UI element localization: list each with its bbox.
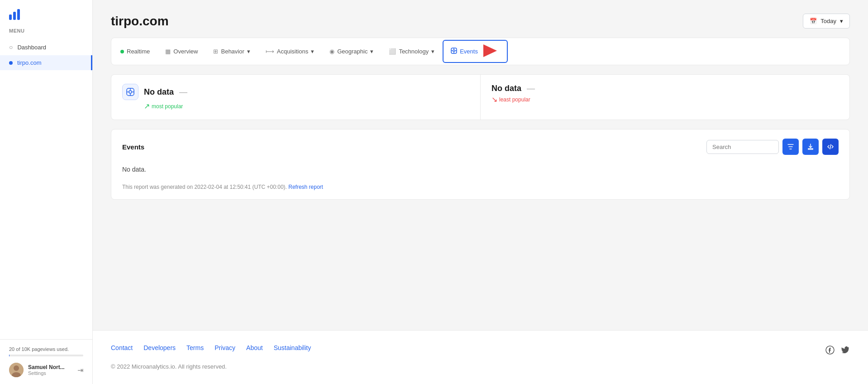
technology-icon: ⬜ xyxy=(389,48,396,55)
footer-copyright: © 2022 Microanalytics.io. All rights res… xyxy=(111,363,227,370)
arrow-up-icon: ↗ xyxy=(144,102,150,110)
footer-link-contact[interactable]: Contact xyxy=(111,344,133,351)
menu-label: MENU xyxy=(0,24,92,39)
sidebar-item-site[interactable]: tirpo.com xyxy=(0,55,92,70)
tab-events-label: Events xyxy=(460,48,478,55)
code-button[interactable] xyxy=(822,139,839,155)
main-content: tirpo.com 📅 Today ▾ Realtime ▦ Overview … xyxy=(93,0,868,384)
site-label: tirpo.com xyxy=(17,59,41,66)
events-section: Events xyxy=(111,129,850,200)
stat-label-popular: most popular xyxy=(152,103,183,110)
red-arrow-indicator xyxy=(483,44,500,58)
svg-point-11 xyxy=(129,91,132,93)
stat-header-least: No data — xyxy=(491,84,839,93)
site-dot xyxy=(9,61,13,65)
content-area: tirpo.com 📅 Today ▾ Realtime ▦ Overview … xyxy=(93,0,868,330)
stat-value-least: No data xyxy=(491,84,521,93)
footer-social xyxy=(825,346,850,357)
stat-dash-popular: — xyxy=(179,87,187,97)
svg-marker-9 xyxy=(483,44,497,57)
tab-geographic[interactable]: ◉ Geographic ▾ xyxy=(322,44,381,58)
stat-card-popular: No data — ↗ most popular xyxy=(111,75,481,120)
realtime-dot xyxy=(120,50,124,53)
stat-value-popular: No data xyxy=(144,87,174,97)
acquisitions-chevron-icon: ▾ xyxy=(311,48,314,55)
tab-behavior-label: Behavior xyxy=(221,48,244,55)
events-controls xyxy=(706,139,839,155)
sidebar-item-label: Dashboard xyxy=(17,44,46,51)
stat-icon-popular xyxy=(122,84,138,100)
pageviews-bar xyxy=(9,355,83,356)
acquisitions-icon: ⟼ xyxy=(266,48,274,55)
no-data-text: No data. xyxy=(122,162,839,177)
arrow-down-icon: ↘ xyxy=(491,95,497,104)
stat-header-popular: No data — xyxy=(122,84,469,100)
sidebar-item-dashboard[interactable]: ○ Dashboard xyxy=(0,39,92,55)
download-button[interactable] xyxy=(802,139,819,155)
logo-bar-3 xyxy=(17,9,20,20)
footer-link-privacy[interactable]: Privacy xyxy=(215,344,235,351)
sidebar: MENU ○ Dashboard tirpo.com 20 of 10K pag… xyxy=(0,0,93,384)
tab-technology-label: Technology xyxy=(399,48,429,55)
chevron-down-icon: ▾ xyxy=(840,18,843,24)
tab-behavior[interactable]: ⊞ Behavior ▾ xyxy=(206,44,257,58)
user-name: Samuel Nort... xyxy=(28,364,73,370)
events-header: Events xyxy=(122,139,839,155)
tab-acquisitions[interactable]: ⟼ Acquisitions ▾ xyxy=(258,44,321,58)
date-picker-button[interactable]: 📅 Today ▾ xyxy=(803,14,850,29)
page-title: tirpo.com xyxy=(111,14,169,29)
tab-technology[interactable]: ⬜ Technology ▾ xyxy=(382,44,442,58)
footer-links: Contact Developers Terms Privacy About S… xyxy=(111,344,311,351)
footer-link-about[interactable]: About xyxy=(246,344,263,351)
events-title: Events xyxy=(122,143,144,151)
stat-label-least: least popular xyxy=(499,96,530,103)
events-icon xyxy=(451,48,457,55)
logo-bar-1 xyxy=(9,14,12,20)
refresh-report-link[interactable]: Refresh report xyxy=(288,184,323,190)
tab-realtime-label: Realtime xyxy=(127,48,150,55)
tab-overview[interactable]: ▦ Overview xyxy=(158,44,205,58)
sidebar-bottom: 20 of 10K pageviews used. Samuel Nort...… xyxy=(0,339,92,384)
footer-bottom-row: Contact Developers Terms Privacy About S… xyxy=(111,344,850,358)
tab-events[interactable]: Events xyxy=(443,40,508,63)
stat-card-least: No data — ↘ least popular xyxy=(481,75,849,120)
calendar-icon: 📅 xyxy=(810,18,817,24)
behavior-icon: ⊞ xyxy=(213,48,218,55)
dashboard-icon: ○ xyxy=(9,43,13,51)
search-input[interactable] xyxy=(706,140,779,154)
geographic-icon: ◉ xyxy=(329,48,334,55)
footer-link-sustainability[interactable]: Sustainability xyxy=(274,344,311,351)
footer-link-terms[interactable]: Terms xyxy=(186,344,204,351)
footer: Contact Developers Terms Privacy About S… xyxy=(93,330,868,384)
page-header: tirpo.com 📅 Today ▾ xyxy=(111,14,850,29)
report-text: This report was generated on 2022-02-04 … xyxy=(122,184,287,190)
pageviews-text: 20 of 10K pageviews used. xyxy=(9,346,83,352)
tab-acquisitions-label: Acquisitions xyxy=(277,48,308,55)
stat-dash-least: — xyxy=(527,84,535,93)
twitter-icon[interactable] xyxy=(841,346,850,357)
logo-icon xyxy=(9,9,20,20)
tab-realtime[interactable]: Realtime xyxy=(113,44,157,58)
footer-link-developers[interactable]: Developers xyxy=(143,344,176,351)
user-info: Samuel Nort... Settings xyxy=(28,364,73,376)
tab-overview-label: Overview xyxy=(173,48,198,55)
stats-row: No data — ↗ most popular No data — ↘ lea… xyxy=(111,74,850,120)
tab-geographic-label: Geographic xyxy=(337,48,367,55)
filter-button[interactable] xyxy=(782,139,799,155)
avatar xyxy=(9,363,24,377)
report-meta: This report was generated on 2022-02-04 … xyxy=(122,184,839,190)
svg-point-1 xyxy=(14,365,19,371)
behavior-chevron-icon: ▾ xyxy=(247,48,250,55)
svg-point-4 xyxy=(453,50,455,52)
search-wrapper xyxy=(706,140,779,154)
technology-chevron-icon: ▾ xyxy=(431,48,434,55)
facebook-icon[interactable] xyxy=(825,346,835,357)
logo-bar-2 xyxy=(13,12,16,20)
user-row: Samuel Nort... Settings ⇥ xyxy=(9,363,83,377)
nav-tabs: Realtime ▦ Overview ⊞ Behavior ▾ ⟼ Acqui… xyxy=(111,38,850,65)
user-settings-label: Settings xyxy=(28,370,73,376)
geographic-chevron-icon: ▾ xyxy=(370,48,373,55)
date-picker-label: Today xyxy=(820,18,836,24)
overview-icon: ▦ xyxy=(165,48,171,55)
logout-icon[interactable]: ⇥ xyxy=(77,366,83,374)
